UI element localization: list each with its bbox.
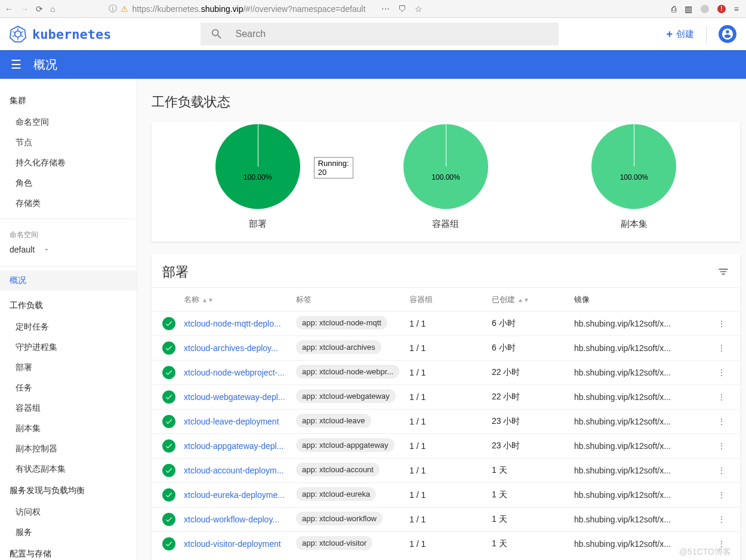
label-chip[interactable]: app: xtcloud-visitor bbox=[296, 536, 372, 550]
sidebar-discovery-item-1[interactable]: 服务 bbox=[0, 522, 137, 543]
col-labels[interactable]: 标签 bbox=[296, 294, 409, 305]
table-row: xtcloud-eureka-deployme... app: xtcloud-… bbox=[152, 482, 740, 507]
label-chip[interactable]: app: xtcloud-node-webpr... bbox=[296, 365, 399, 379]
deployment-name-link[interactable]: xtcloud-leave-deployment bbox=[184, 417, 296, 426]
sidebar-workload-item-2[interactable]: 部署 bbox=[0, 358, 137, 378]
row-actions-icon[interactable]: ⋮ bbox=[690, 392, 729, 402]
sidebar-overview[interactable]: 概况 bbox=[0, 270, 137, 291]
sidebar-config-title[interactable]: 配置与存储 bbox=[0, 543, 137, 560]
col-created[interactable]: 已创建▲▼ bbox=[492, 294, 574, 305]
lock-warning-icon[interactable]: ⚠ bbox=[121, 4, 128, 14]
chart-replicasets: 100.00% 副本集 bbox=[591, 124, 676, 230]
alert-dot-icon[interactable]: ! bbox=[717, 5, 726, 13]
pie-replicasets[interactable]: 100.00% bbox=[591, 124, 676, 209]
deployment-name-link[interactable]: xtcloud-eureka-deployme... bbox=[184, 490, 296, 500]
label-cell: app: xtcloud-visitor bbox=[296, 536, 409, 552]
sidebar-cluster-item-2[interactable]: 持久化存储卷 bbox=[0, 153, 137, 173]
sidebar-discovery-item-0[interactable]: 访问权 bbox=[0, 502, 137, 522]
sidebar-workload-title[interactable]: 工作负载 bbox=[0, 294, 137, 317]
label-chip[interactable]: app: xtcloud-leave bbox=[296, 414, 371, 427]
table-row: xtcloud-leave-deployment app: xtcloud-le… bbox=[152, 409, 740, 433]
pods-cell: 1 / 1 bbox=[409, 417, 492, 426]
label-chip[interactable]: app: xtcloud-workflow bbox=[296, 512, 383, 525]
library-icon[interactable]: ⎙ bbox=[671, 4, 676, 14]
row-actions-icon[interactable]: ⋮ bbox=[690, 441, 729, 451]
sidebar-workload-item-3[interactable]: 任务 bbox=[0, 378, 137, 398]
chart-tooltip: Running: 20 bbox=[314, 157, 353, 179]
row-actions-icon[interactable]: ⋮ bbox=[690, 343, 729, 353]
col-name[interactable]: 名称▲▼ bbox=[162, 294, 296, 305]
label-chip[interactable]: app: xtcloud-appgateway bbox=[296, 438, 394, 452]
account-button[interactable] bbox=[719, 25, 736, 43]
deployment-name-link[interactable]: xtcloud-node-mqtt-deplo... bbox=[184, 319, 296, 328]
sidebar-cluster-item-1[interactable]: 节点 bbox=[0, 133, 137, 153]
status-cell bbox=[162, 415, 184, 428]
col-image[interactable]: 镜像 bbox=[574, 294, 690, 305]
search-input[interactable] bbox=[235, 29, 549, 39]
image-cell: hb.shubing.vip/k12soft/x... bbox=[574, 490, 690, 500]
deployment-name-link[interactable]: xtcloud-appgateway-depl... bbox=[184, 441, 296, 451]
home-icon[interactable]: ⌂ bbox=[50, 4, 55, 14]
info-icon[interactable]: ⓘ bbox=[109, 4, 117, 14]
filter-icon[interactable] bbox=[717, 266, 729, 279]
back-icon[interactable]: ← bbox=[5, 4, 13, 14]
more-icon[interactable]: ⋯ bbox=[381, 4, 390, 14]
extension-dot-icon[interactable] bbox=[701, 5, 709, 13]
plus-icon: + bbox=[666, 28, 673, 41]
sidebar-workload-item-4[interactable]: 容器组 bbox=[0, 398, 137, 419]
col-pods[interactable]: 容器组 bbox=[409, 294, 492, 305]
pie-pods[interactable]: 100.00% bbox=[403, 124, 488, 209]
deployment-name-link[interactable]: xtcloud-node-webproject-... bbox=[184, 368, 296, 377]
account-icon bbox=[721, 27, 734, 41]
label-chip[interactable]: app: xtcloud-archives bbox=[296, 340, 381, 354]
overflow-icon[interactable]: ≡ bbox=[734, 4, 739, 14]
pods-cell: 1 / 1 bbox=[409, 368, 492, 377]
search-box[interactable] bbox=[201, 23, 559, 45]
row-actions-icon[interactable]: ⋮ bbox=[690, 515, 729, 524]
pie-deployments[interactable]: 100.00% bbox=[215, 124, 300, 209]
deployment-name-link[interactable]: xtcloud-webgateway-depl... bbox=[184, 392, 296, 402]
brand-logo[interactable]: kubernetes bbox=[10, 26, 111, 42]
sidebar-discovery-title[interactable]: 服务发现与负载均衡 bbox=[0, 479, 137, 502]
sidebar-cluster-item-3[interactable]: 角色 bbox=[0, 173, 137, 193]
deployments-card: 部署 名称▲▼ 标签 容器组 已创建▲▼ 镜像 xtcloud-node-mqt… bbox=[152, 254, 740, 560]
workload-status-title: 工作负载状态 bbox=[152, 91, 740, 122]
chart-deployments: 100.00% Running: 20 部署 bbox=[215, 124, 300, 230]
label-chip[interactable]: app: xtcloud-account bbox=[296, 463, 380, 476]
namespace-selector[interactable]: default bbox=[0, 242, 137, 261]
sidebar-cluster-item-0[interactable]: 命名空间 bbox=[0, 112, 137, 133]
menu-icon[interactable]: ☰ bbox=[11, 57, 21, 72]
row-actions-icon[interactable]: ⋮ bbox=[690, 466, 729, 475]
sidebar-workload-item-7[interactable]: 有状态副本集 bbox=[0, 459, 137, 479]
row-actions-icon[interactable]: ⋮ bbox=[690, 368, 729, 377]
table-row: xtcloud-workflow-deploy... app: xtcloud-… bbox=[152, 507, 740, 531]
row-actions-icon[interactable]: ⋮ bbox=[690, 490, 729, 500]
row-actions-icon[interactable]: ⋮ bbox=[690, 539, 729, 549]
image-cell: hb.shubing.vip/k12soft/x... bbox=[574, 368, 690, 377]
status-cell bbox=[162, 513, 184, 526]
deployment-name-link[interactable]: xtcloud-visitor-deployment bbox=[184, 539, 296, 549]
created-cell: 1 天 bbox=[492, 539, 574, 549]
deployment-name-link[interactable]: xtcloud-account-deploym... bbox=[184, 466, 296, 475]
label-chip[interactable]: app: xtcloud-eureka bbox=[296, 487, 376, 501]
deployment-name-link[interactable]: xtcloud-archives-deploy... bbox=[184, 343, 296, 353]
star-icon[interactable]: ☆ bbox=[415, 4, 423, 14]
reload-icon[interactable]: ⟳ bbox=[36, 4, 43, 14]
sidebar-workload-item-1[interactable]: 守护进程集 bbox=[0, 337, 137, 358]
create-button[interactable]: + 创建 bbox=[666, 28, 694, 41]
forward-icon[interactable]: → bbox=[20, 4, 29, 14]
url-text[interactable]: https://kubernetes.shubing.vip/#!/overvi… bbox=[132, 4, 365, 14]
sidebar-workload-item-5[interactable]: 副本集 bbox=[0, 419, 137, 439]
sidebar-toggle-icon[interactable]: ▥ bbox=[685, 4, 692, 14]
sidebar-workload-item-6[interactable]: 副本控制器 bbox=[0, 439, 137, 459]
label-chip[interactable]: app: xtcloud-node-mqtt bbox=[296, 316, 387, 330]
pocket-icon[interactable]: ⛉ bbox=[398, 4, 406, 14]
sidebar-workload-item-0[interactable]: 定时任务 bbox=[0, 317, 137, 337]
deployment-name-link[interactable]: xtcloud-workflow-deploy... bbox=[184, 515, 296, 524]
sidebar-cluster-item-4[interactable]: 存储类 bbox=[0, 193, 137, 214]
row-actions-icon[interactable]: ⋮ bbox=[690, 319, 729, 328]
sidebar-cluster-title[interactable]: 集群 bbox=[0, 90, 137, 112]
created-cell: 23 小时 bbox=[492, 416, 574, 427]
label-chip[interactable]: app: xtcloud-webgateway bbox=[296, 389, 396, 403]
row-actions-icon[interactable]: ⋮ bbox=[690, 417, 729, 426]
